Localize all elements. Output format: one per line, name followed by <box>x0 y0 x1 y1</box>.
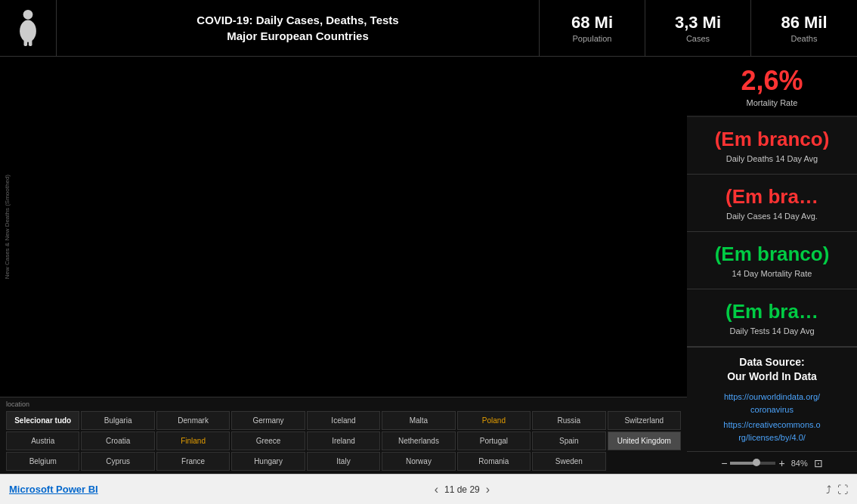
location-btn-belgium[interactable]: Belgium <box>6 452 79 471</box>
daily-cases-label: Daily Cases 14 Day Avg. <box>726 212 818 221</box>
mortality-card: 2,6% Mortality Rate <box>687 57 857 117</box>
location-btn-hungary[interactable]: Hungary <box>231 452 305 471</box>
location-btn-romania[interactable]: Romania <box>457 452 531 471</box>
header: COVID-19: Daily Cases, Deaths, Tests Maj… <box>0 0 857 57</box>
person-icon <box>13 9 43 47</box>
location-btn-bulgaria[interactable]: Bulgaria <box>81 411 154 430</box>
mortality-rate-label: Mortality Rate <box>747 98 798 107</box>
svg-point-0 <box>23 10 33 20</box>
location-btn-russia[interactable]: Russia <box>532 411 605 430</box>
location-btn-croatia[interactable]: Croatia <box>81 431 154 450</box>
location-btn-netherlands[interactable]: Netherlands <box>382 431 455 450</box>
daily-deaths-value: (Em branco) <box>715 128 830 151</box>
zoom-plus[interactable]: + <box>778 457 784 469</box>
location-btn-france[interactable]: France <box>156 452 230 471</box>
pagination-next[interactable]: › <box>486 483 490 496</box>
dashboard-title: COVID-19: Daily Cases, Deaths, Tests Maj… <box>196 12 398 44</box>
location-label: location <box>6 400 681 408</box>
card-daily-cases: (Em bra… Daily Cases 14 Day Avg. <box>687 175 857 232</box>
zoom-bar: − + 84% ⊡ <box>687 451 857 474</box>
location-btn-germany[interactable]: Germany <box>231 411 305 430</box>
location-btn-norway[interactable]: Norway <box>382 452 455 471</box>
stat-cases: 3,3 Mi Cases <box>645 0 751 56</box>
card-daily-deaths: (Em branco) Daily Deaths 14 Day Avg <box>687 117 857 175</box>
location-section: location Selecionar tudo Bulgaria Denmar… <box>0 397 687 474</box>
location-grid-row2: Austria Croatia Finland Greece Ireland N… <box>6 431 681 450</box>
location-btn-italy[interactable]: Italy <box>307 452 380 471</box>
left-panel: New Cases & New Deaths (Smoothed) locati… <box>0 57 687 474</box>
svg-point-1 <box>20 20 36 42</box>
logo-block <box>0 0 57 56</box>
location-btn-spain[interactable]: Spain <box>532 431 605 450</box>
chart-placeholder <box>0 57 687 397</box>
right-panel: 2,6% Mortality Rate (Em branco) Daily De… <box>687 57 857 474</box>
y-axis-label: New Cases & New Deaths (Smoothed) <box>4 57 11 397</box>
card-daily-tests: (Em bra… Daily Tests 14 Day Avg <box>687 289 857 347</box>
page-indicator: 11 de 29 <box>444 484 480 495</box>
daily-cases-value: (Em bra… <box>726 185 818 209</box>
location-btn-denmark[interactable]: Denmark <box>156 411 230 430</box>
14day-mortality-value: (Em branco) <box>715 243 830 266</box>
daily-tests-value: (Em bra… <box>726 300 818 323</box>
location-btn-cyprus[interactable]: Cyprus <box>81 452 154 471</box>
zoom-slider-track[interactable] <box>730 462 775 465</box>
chart-area: New Cases & New Deaths (Smoothed) <box>0 57 687 397</box>
data-source-link2[interactable]: https://creativecommons.org/licenses/by/… <box>723 419 820 444</box>
daily-deaths-label: Daily Deaths 14 Day Avg <box>726 154 818 163</box>
zoom-minus[interactable]: − <box>721 457 727 469</box>
stat-population: 68 Mi Population <box>540 0 645 56</box>
pagination-prev[interactable]: ‹ <box>435 483 438 496</box>
location-btn-finland[interactable]: Finland <box>156 431 230 450</box>
location-btn-switzerland[interactable]: Switzerland <box>608 411 681 430</box>
14day-mortality-label: 14 Day Mortality Rate <box>732 269 812 278</box>
zoom-reset-icon[interactable]: ⊡ <box>814 457 823 469</box>
daily-tests-label: Daily Tests 14 Day Avg <box>729 326 814 335</box>
stat-deaths: 86 Mil Deaths <box>751 0 857 56</box>
data-source-link1[interactable]: https://ourworldindata.org/coronavirus <box>724 391 820 416</box>
location-grid-row1: Selecionar tudo Bulgaria Denmark Germany… <box>6 411 681 430</box>
location-btn-iceland[interactable]: Iceland <box>307 411 380 430</box>
data-source-card: Data Source:Our World In Data https://ou… <box>687 347 857 451</box>
location-btn-sweden[interactable]: Sweden <box>532 452 605 471</box>
share-icon[interactable]: ⤴ <box>826 484 831 496</box>
location-btn-select-all[interactable]: Selecionar tudo <box>6 411 79 430</box>
powerbi-link[interactable]: Microsoft Power BI <box>9 484 98 495</box>
zoom-level: 84% <box>791 459 808 468</box>
location-grid-row3: Belgium Cyprus France Hungary Italy Norw… <box>6 452 681 471</box>
svg-rect-2 <box>24 38 28 46</box>
location-btn-portugal[interactable]: Portugal <box>457 431 531 450</box>
location-btn-austria[interactable]: Austria <box>6 431 79 450</box>
card-14day-mortality: (Em branco) 14 Day Mortality Rate <box>687 232 857 289</box>
mortality-rate-value: 2,6% <box>741 65 803 97</box>
zoom-slider-thumb <box>753 459 760 466</box>
location-btn-ireland[interactable]: Ireland <box>307 431 380 450</box>
fullscreen-icon[interactable]: ⛶ <box>837 484 848 496</box>
bottom-right-icons: ⤴ ⛶ <box>826 484 848 496</box>
svg-rect-3 <box>29 38 32 46</box>
main-content: New Cases & New Deaths (Smoothed) locati… <box>0 57 857 474</box>
pagination: ‹ 11 de 29 › <box>435 483 490 496</box>
data-source-title: Data Source:Our World In Data <box>727 355 817 385</box>
location-btn-poland[interactable]: Poland <box>457 411 531 430</box>
location-btn-uk[interactable]: United Kingdom <box>608 431 681 450</box>
title-block: COVID-19: Daily Cases, Deaths, Tests Maj… <box>57 0 540 56</box>
location-btn-greece[interactable]: Greece <box>231 431 305 450</box>
location-btn-malta[interactable]: Malta <box>382 411 455 430</box>
bottom-bar: Microsoft Power BI ‹ 11 de 29 › ⤴ ⛶ <box>0 474 857 504</box>
